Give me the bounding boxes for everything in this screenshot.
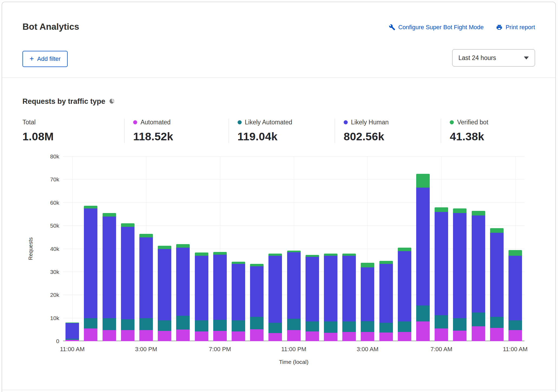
bar-segment-likely-human (324, 256, 337, 321)
bar-segment-automated (416, 321, 430, 341)
bar-segment-likely-automated (176, 316, 190, 330)
configure-link-label: Configure Super Bot Fight Mode (398, 24, 484, 31)
bar-segment-automated (287, 330, 301, 341)
add-filter-button[interactable]: + Add filter (22, 51, 68, 67)
bar-segment-verified-bot (268, 254, 282, 256)
stacked-bar[interactable] (84, 157, 97, 341)
bar-segment-verified-bot (342, 254, 356, 256)
y-tick-label: 10k (50, 315, 59, 321)
page-title: Bot Analytics (22, 22, 79, 32)
bar-segment-verified-bot (176, 244, 190, 248)
stacked-bar[interactable] (306, 157, 319, 341)
bar-segment-likely-human (508, 256, 522, 320)
bar-segment-verified-bot (103, 213, 116, 217)
stacked-bar[interactable] (195, 157, 208, 341)
bar-segment-likely-human (398, 251, 411, 321)
requests-section: Requests by traffic type Total1.08MAutom… (2, 97, 555, 373)
bar-segment-automated (121, 330, 134, 341)
bar-segment-likely-automated (232, 320, 245, 331)
bar-segment-likely-automated (268, 323, 282, 333)
stacked-bar[interactable] (490, 157, 504, 341)
bar-segment-verified-bot (213, 252, 227, 255)
bar-segment-likely-human (268, 256, 282, 323)
bar-segment-verified-bot (379, 261, 393, 264)
bar-segment-likely-human (435, 212, 448, 315)
stacked-bar[interactable] (232, 157, 245, 341)
stacked-bar[interactable] (268, 157, 282, 341)
stat-label: Likely Automated (245, 119, 292, 126)
bar-segment-likely-human (306, 257, 319, 321)
bar-segment-verified-bot (453, 208, 467, 213)
time-range-value: Last 24 hours (458, 54, 496, 62)
bar-segment-likely-automated (472, 313, 485, 326)
bar-segment-automated (139, 330, 153, 341)
stacked-bar[interactable] (508, 157, 522, 341)
stacked-bar[interactable] (250, 157, 264, 341)
stacked-bar[interactable] (361, 157, 374, 341)
bar-segment-likely-automated (435, 315, 448, 329)
stacked-bar[interactable] (472, 157, 485, 341)
bar-segment-likely-human (232, 264, 245, 320)
bar-segment-automated (268, 333, 282, 341)
stacked-bar[interactable] (453, 157, 467, 341)
stacked-bar[interactable] (139, 157, 153, 341)
bar-segment-likely-automated (121, 319, 134, 330)
bar-segment-likely-human (472, 215, 485, 313)
x-axis-title: Time (local) (63, 359, 524, 365)
bar-segment-automated (453, 331, 467, 341)
bar-segment-automated (158, 331, 171, 341)
x-tick-label: 7:00 PM (209, 346, 231, 353)
bar-segment-verified-bot (158, 246, 171, 249)
stat-likely-human: Likely Human802.56k (335, 119, 441, 143)
stacked-bar[interactable] (103, 157, 116, 341)
bar-segment-likely-human (453, 213, 467, 318)
section-title: Requests by traffic type (22, 97, 105, 106)
y-tick-label: 0 (56, 338, 59, 344)
stat-label: Total (22, 119, 36, 126)
bar-segment-automated (324, 333, 337, 341)
bar-segment-automated (379, 333, 393, 341)
stacked-bar[interactable] (213, 157, 227, 341)
stacked-bar[interactable] (121, 157, 134, 341)
bar-segment-verified-bot (139, 234, 153, 237)
bar-segment-likely-automated (84, 318, 97, 328)
bar-segment-automated (435, 328, 448, 341)
stacked-bar[interactable] (398, 157, 411, 341)
y-tick-label: 60k (50, 200, 59, 206)
bar-segment-likely-human (379, 264, 393, 323)
bar-segment-automated (195, 331, 208, 341)
stacked-bar[interactable] (416, 157, 430, 341)
stacked-bar[interactable] (176, 157, 190, 341)
header-links: Configure Super Bot Fight Mode Print rep… (389, 24, 535, 31)
bar-segment-likely-human (195, 256, 208, 320)
stacked-bar[interactable] (324, 157, 337, 341)
print-link-label: Print report (506, 24, 535, 31)
printer-icon (496, 24, 503, 31)
bar-segment-likely-human (250, 266, 264, 317)
bar-segment-verified-bot (306, 255, 319, 257)
stat-value: 119.04k (238, 130, 327, 143)
bar-segment-likely-human (103, 217, 116, 318)
y-tick-label: 20k (50, 292, 59, 298)
configure-super-bot-fight-mode-link[interactable]: Configure Super Bot Fight Mode (389, 24, 484, 31)
x-tick-label: 11:00 AM (503, 346, 527, 353)
y-tick-label: 80k (50, 153, 59, 160)
y-axis-labels: 010k20k30k40k50k60k70k80k (22, 157, 59, 341)
stacked-bar[interactable] (65, 157, 79, 341)
bar-segment-likely-automated (213, 320, 227, 331)
y-tick-label: 50k (50, 222, 59, 229)
print-report-link[interactable]: Print report (496, 24, 535, 31)
bar-segment-automated (103, 330, 116, 341)
legend-dot (238, 120, 242, 124)
stacked-bar[interactable] (379, 157, 393, 341)
time-range-select[interactable]: Last 24 hours (452, 49, 535, 67)
bar-segment-verified-bot (121, 223, 134, 227)
stacked-bar[interactable] (435, 157, 448, 341)
bar-segment-automated (250, 329, 264, 341)
stacked-bar[interactable] (287, 157, 301, 341)
chevron-down-icon (524, 57, 529, 59)
bot-analytics-card: Bot Analytics Configure Super Bot Fight … (2, 2, 556, 392)
stacked-bar[interactable] (158, 157, 171, 341)
stacked-bar[interactable] (342, 157, 356, 341)
pie-chart-icon (109, 98, 115, 105)
